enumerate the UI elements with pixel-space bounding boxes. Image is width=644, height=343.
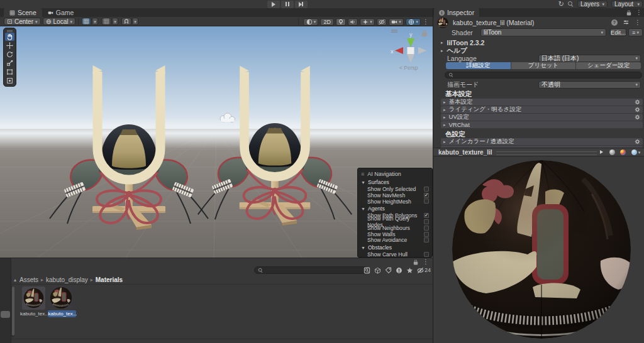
help-icon[interactable]: ?	[611, 19, 618, 26]
scrollbar-track[interactable]	[11, 286, 14, 337]
effects-dropdown[interactable]: ▾	[360, 18, 375, 26]
hidden-count-button[interactable]: 24	[417, 267, 431, 274]
project-menu-kebab-icon[interactable]: ⋮	[423, 259, 429, 265]
tab-presets[interactable]: プリセット	[511, 62, 576, 69]
preview-drag-handle[interactable]	[496, 151, 597, 155]
layout-dropdown[interactable]: Layout▾	[611, 1, 643, 8]
tab-scene[interactable]: Scene	[4, 8, 42, 17]
drag-handle-icon[interactable]	[7, 30, 13, 31]
scene-audio-toggle[interactable]	[348, 18, 358, 26]
foldout-arrow-icon[interactable]: ▼	[361, 207, 365, 211]
tab-shader-settings[interactable]: シェーダー設定	[576, 62, 641, 69]
breadcrumb-folder[interactable]: kabuto_display	[46, 276, 88, 283]
checkbox[interactable]	[424, 232, 429, 237]
packages-icon[interactable]	[374, 267, 381, 274]
foldout-basic-settings[interactable]: ▸ 基本設定	[441, 99, 643, 106]
preview-play-button[interactable]	[597, 148, 606, 156]
liltoon-version-foldout[interactable]: ▸ lilToon 2.3.2	[441, 39, 484, 46]
grid-snapping-toggle[interactable]	[81, 18, 91, 25]
pause-button[interactable]	[281, 1, 294, 8]
language-dropdown[interactable]: 日本語 (日本) ▾	[538, 55, 641, 62]
checkbox[interactable]	[424, 187, 429, 192]
hand-tool-button[interactable]	[5, 33, 14, 41]
rotate-tool-button[interactable]	[5, 50, 14, 58]
info-icon[interactable]	[396, 267, 402, 274]
gizmo-y-axis-cone[interactable]	[407, 38, 414, 47]
snap-increment-dropdown[interactable]: ▾	[132, 18, 138, 25]
tab-detail-settings[interactable]: 詳細設定	[446, 62, 511, 69]
scrollbar-thumb[interactable]	[12, 286, 14, 335]
preview-shape-button[interactable]	[608, 148, 616, 156]
scene-gizmo[interactable]: y x < Persp	[387, 28, 433, 72]
foldout-main-color[interactable]: ▸ メインカラー / 透過設定	[441, 138, 643, 145]
asset-thumbnail-1[interactable]	[22, 286, 45, 310]
preview-color-button[interactable]	[619, 148, 627, 156]
gizmo-axis-cone-down[interactable]	[407, 54, 414, 63]
scrollbar-thumb[interactable]	[1, 311, 10, 318]
camera-settings-dropdown[interactable]: ▾	[389, 18, 404, 26]
project-content[interactable]: kabuto_tex... kabuto_tex...	[11, 285, 433, 339]
presets-icon[interactable]	[623, 19, 630, 26]
project-search-field[interactable]	[254, 266, 368, 274]
checkbox[interactable]	[424, 252, 429, 257]
checkbox[interactable]	[424, 213, 429, 218]
gizmo-persp-label[interactable]: < Persp	[399, 65, 418, 71]
gizmo-drag-handle-icon[interactable]	[391, 30, 397, 32]
foldout-lighting-settings[interactable]: ▸ ライティング・明るさ設定	[441, 106, 643, 113]
checkbox[interactable]	[424, 199, 429, 204]
scene-lighting-toggle[interactable]	[336, 18, 346, 26]
checkbox[interactable]	[424, 237, 429, 242]
render-mode-dropdown[interactable]: 不透明 ▾	[538, 81, 641, 89]
gear-icon[interactable]	[635, 107, 640, 112]
checkbox[interactable]	[424, 193, 429, 198]
drag-handle-icon[interactable]: ≡	[361, 171, 364, 177]
tab-game[interactable]: Game	[42, 8, 80, 17]
scale-tool-button[interactable]	[5, 59, 14, 67]
lock-icon[interactable]	[627, 13, 631, 16]
2d-toggle[interactable]: 2D	[320, 18, 334, 26]
gizmo-center-cube[interactable]	[408, 47, 414, 54]
preview-lighting-dropdown[interactable]: ▾	[630, 148, 642, 156]
hidden-objects-toggle[interactable]	[377, 18, 387, 26]
shading-mode-dropdown[interactable]: ▾	[303, 18, 318, 26]
gear-icon[interactable]	[635, 99, 640, 105]
open-in-search-icon[interactable]	[364, 267, 370, 274]
layers-dropdown[interactable]: Layers▾	[577, 1, 608, 8]
foldout-arrow-icon[interactable]: ▼	[361, 180, 365, 185]
preview-header[interactable]: kabuto_texture_lil ▾	[433, 148, 644, 156]
snap-increment-button[interactable]	[121, 18, 131, 25]
gear-icon[interactable]	[635, 114, 640, 120]
gizmo-y-axis-label[interactable]: y	[409, 31, 413, 38]
tab-inspector[interactable]: i Inspector	[434, 8, 479, 17]
transform-tool-button[interactable]	[5, 77, 14, 85]
foldout-arrow-icon[interactable]: ▼	[361, 246, 365, 250]
asset-label-1[interactable]: kabuto_tex...	[20, 310, 48, 317]
gizmo-axis-cone-right[interactable]	[418, 47, 426, 54]
tool-handle-position-dropdown[interactable]: Center ▾	[4, 18, 41, 25]
asset-thumbnail-2[interactable]	[49, 286, 73, 310]
checkbox[interactable]	[424, 226, 429, 231]
shader-menu-button[interactable]: ≡ ▾	[628, 28, 643, 36]
grid-snapping-dropdown[interactable]: ▾	[92, 18, 98, 25]
gizmo-x-axis-label[interactable]: x	[391, 48, 394, 55]
foldout-vrchat[interactable]: ▸ VRChat	[441, 121, 643, 128]
lock-icon[interactable]	[414, 262, 418, 265]
breadcrumb-assets[interactable]: Assets	[19, 276, 38, 283]
foldout-uv-settings[interactable]: ▸ UV設定	[441, 114, 643, 121]
shader-dropdown[interactable]: lilToon ▾	[480, 28, 606, 36]
scene-view[interactable]: y x < Persp ≡ AI Navigation ▼Surfaces Sh…	[0, 26, 433, 258]
shader-edit-button[interactable]: Edit...	[610, 28, 626, 36]
favorites-star-icon[interactable]	[406, 267, 413, 274]
property-search-input[interactable]	[457, 72, 638, 79]
gizmo-lock-icon[interactable]	[422, 30, 427, 36]
label-tag-icon[interactable]	[385, 267, 392, 274]
play-button[interactable]	[267, 1, 280, 8]
scene-menu-kebab-icon[interactable]: ⋮	[423, 19, 429, 25]
material-preview-area[interactable]	[433, 156, 644, 343]
inspector-menu-kebab-icon[interactable]: ⋮	[636, 9, 642, 16]
gear-icon[interactable]	[635, 139, 640, 144]
breadcrumb-current[interactable]: Materials	[96, 276, 123, 283]
project-search-input[interactable]	[265, 267, 364, 273]
gizmos-toggle[interactable]: ▾	[406, 18, 421, 26]
collapse-arrow-icon[interactable]: ▴	[14, 277, 16, 283]
